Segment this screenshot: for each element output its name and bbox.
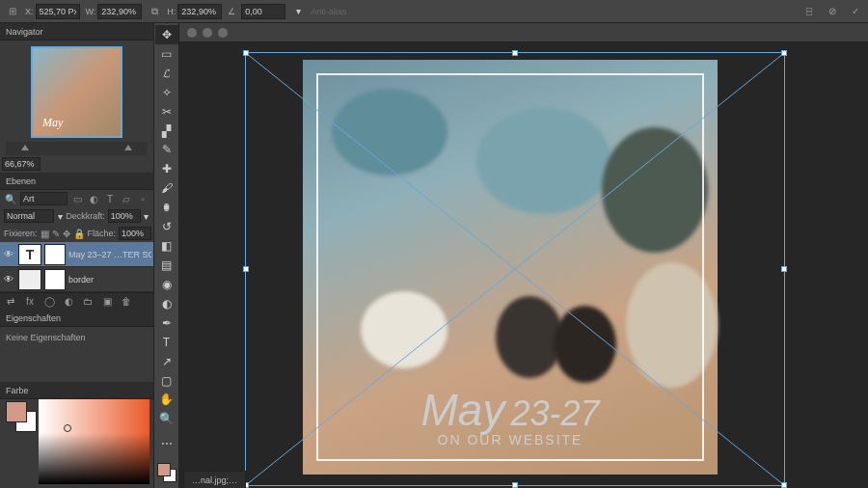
lock-brush-icon[interactable]: ✎ (52, 227, 60, 240)
handle-mr[interactable] (781, 266, 787, 272)
wand-tool[interactable]: ✧ (155, 83, 178, 102)
hand-tool[interactable]: ✋ (155, 391, 178, 410)
document-area: May23-27 ON OUR WEBSITE …nal.jpg;… (179, 23, 868, 488)
eraser-tool[interactable]: ◧ (155, 236, 178, 256)
properties-header[interactable]: Eigenschaften (0, 310, 153, 327)
fill-input[interactable] (119, 227, 151, 240)
lasso-tool[interactable]: 𝓛 (155, 64, 178, 83)
handle-ml[interactable] (243, 266, 249, 272)
color-header[interactable]: Farbe (0, 382, 153, 399)
layer-name[interactable]: May 23–27 …TER SQUARE (68, 250, 151, 259)
transform-bounding-box[interactable] (245, 52, 785, 486)
marquee-tool[interactable]: ▭ (155, 44, 178, 64)
layer-list: 👁 T May 23–27 …TER SQUARE 👁 border (0, 242, 153, 292)
path-tool[interactable]: ↗ (155, 352, 178, 371)
ellipsis-icon[interactable]: ⋯ (155, 434, 178, 453)
left-panels: Navigator 66,67% Ebenen 🔍 ▭ ◐ T ▱ ▫ ▾ De… (0, 23, 154, 488)
zoom-tool[interactable]: 🔍 (155, 409, 178, 428)
w-input[interactable] (97, 4, 142, 19)
lock-pixels-icon[interactable]: ▦ (41, 227, 49, 240)
dodge-tool[interactable]: ◐ (155, 294, 178, 313)
crop-tool[interactable]: ✂ (155, 102, 178, 122)
chevron-down-icon[interactable]: ▾ (57, 209, 63, 223)
layer-mask-thumb[interactable] (44, 244, 66, 265)
filter-adjust-icon[interactable]: ◐ (87, 192, 100, 205)
new-layer-icon[interactable]: ▣ (100, 295, 114, 309)
pen-tool[interactable]: ✒ (155, 313, 178, 333)
layers-header[interactable]: Ebenen (0, 173, 153, 190)
filter-pixel-icon[interactable]: ▭ (70, 192, 84, 205)
fg-swatch[interactable] (157, 463, 171, 476)
type-tool[interactable]: T (155, 333, 178, 352)
frame-tool[interactable]: ▞ (155, 122, 178, 141)
color-marker[interactable] (64, 424, 71, 432)
navigator-zoom-value[interactable]: 66,67% (2, 157, 41, 171)
document-tab[interactable]: …nal.jpg;… (183, 471, 246, 488)
blend-mode-select[interactable] (4, 209, 54, 223)
w-field: W: (86, 4, 143, 19)
cancel-icon[interactable]: ⊘ (826, 5, 839, 18)
group-icon[interactable]: 🗀 (81, 295, 95, 309)
mask-icon[interactable]: ◯ (42, 295, 56, 309)
adjustment-icon[interactable]: ◐ (62, 295, 75, 309)
layer-name[interactable]: border (68, 275, 151, 285)
trash-icon[interactable]: 🗑 (120, 295, 133, 309)
transform-ref-icon[interactable]: ⊞ (6, 5, 19, 18)
brush-tool[interactable]: 🖌 (155, 178, 178, 198)
layer-item[interactable]: 👁 T May 23–27 …TER SQUARE (0, 242, 153, 267)
handle-bm[interactable] (512, 482, 518, 488)
angle-icon: ∠ (228, 7, 235, 16)
gradient-tool[interactable]: ▤ (155, 256, 178, 275)
angle-input[interactable] (241, 4, 285, 19)
visibility-icon[interactable]: 👁 (2, 249, 15, 259)
move-tool[interactable]: ✥ (155, 25, 178, 44)
color-field[interactable] (39, 399, 149, 484)
commit-icon[interactable]: ✓ (849, 5, 862, 18)
blur-tool[interactable]: ◉ (155, 275, 178, 294)
handle-tl[interactable] (243, 50, 249, 56)
search-icon: 🔍 (4, 192, 17, 205)
tool-swatches[interactable] (155, 461, 178, 488)
chevron-down-icon[interactable]: ▾ (144, 209, 149, 223)
h-input[interactable] (177, 4, 222, 19)
lock-all-icon[interactable]: 🔒 (73, 227, 85, 240)
handle-br[interactable] (781, 482, 787, 488)
window-max-icon[interactable] (218, 28, 228, 38)
interp-dropdown[interactable]: ▾ (291, 5, 305, 18)
layer-item[interactable]: 👁 border (0, 267, 153, 292)
opacity-input[interactable] (108, 209, 141, 223)
link-icon[interactable]: ⧉ (148, 5, 161, 18)
layer-thumb (18, 269, 41, 290)
layer-mask-thumb[interactable] (44, 269, 66, 290)
visibility-icon[interactable]: 👁 (2, 274, 15, 285)
stamp-tool[interactable]: ⧯ (155, 198, 178, 217)
filter-type-icon[interactable]: T (103, 192, 117, 205)
eyedropper-tool[interactable]: ✎ (155, 141, 178, 160)
warp-icon[interactable]: ⌸ (802, 5, 816, 18)
navigator-header[interactable]: Navigator (0, 23, 153, 41)
navigator-thumbnail[interactable] (31, 46, 122, 138)
anti-alias-label: Anti-alias (311, 7, 346, 16)
document-titlebar[interactable] (179, 23, 868, 42)
heal-tool[interactable]: ✚ (155, 159, 178, 178)
lock-pos-icon[interactable]: ✥ (63, 227, 70, 240)
navigator-zoom-slider[interactable] (6, 142, 148, 155)
filter-smart-icon[interactable]: ▫ (136, 192, 149, 205)
handle-tr[interactable] (781, 50, 787, 56)
window-min-icon[interactable] (203, 28, 212, 38)
rect-tool[interactable]: ▢ (155, 371, 178, 391)
filter-shape-icon[interactable]: ▱ (120, 192, 133, 205)
color-panel: Farbe (0, 382, 153, 488)
layer-thumb-type-icon: T (18, 244, 41, 265)
navigator-panel: 66,67% (0, 41, 153, 173)
foreground-swatch[interactable] (6, 401, 27, 422)
layer-filter-select[interactable] (20, 192, 68, 205)
x-input[interactable] (36, 4, 80, 19)
tools-palette: ✥ ▭ 𝓛 ✧ ✂ ▞ ✎ ✚ 🖌 ⧯ ↺ ◧ ▤ ◉ ◐ ✒ T ↗ ▢ ✋ … (154, 23, 179, 488)
link-layers-icon[interactable]: ⇄ (4, 295, 17, 309)
fx-icon[interactable]: fx (23, 295, 37, 309)
window-close-icon[interactable] (187, 28, 197, 38)
handle-tm[interactable] (512, 50, 518, 56)
history-brush-tool[interactable]: ↺ (155, 217, 178, 236)
layers-panel: 🔍 ▭ ◐ T ▱ ▫ ▾ Deckkraft: ▾ Fixieren: ▦ ✎… (0, 190, 153, 310)
